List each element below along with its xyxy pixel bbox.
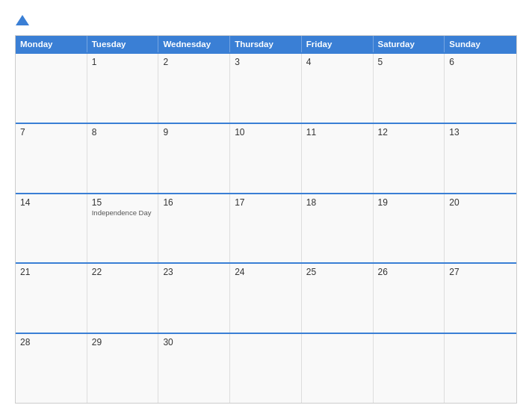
cal-cell: 19 [374, 194, 445, 263]
day-number: 30 [163, 337, 225, 347]
cal-cell: 20 [445, 194, 516, 263]
day-number: 24 [235, 267, 297, 277]
day-number: 18 [306, 197, 368, 208]
day-number: 6 [449, 57, 512, 67]
calendar-body: 123456789101112131415Independence Day161… [16, 52, 516, 403]
calendar-grid: MondayTuesdayWednesdayThursdayFridaySatu… [15, 35, 517, 404]
day-number: 20 [449, 197, 512, 208]
cal-cell: 11 [302, 124, 374, 193]
cal-cell: 2 [158, 54, 230, 123]
day-header-sunday: Sunday [445, 36, 516, 52]
day-number: 3 [235, 57, 297, 67]
day-number: 26 [378, 267, 440, 277]
day-header-friday: Friday [302, 36, 374, 52]
day-number: 23 [163, 267, 225, 277]
cal-cell: 23 [158, 264, 230, 333]
day-number: 14 [20, 197, 82, 208]
header [15, 13, 517, 28]
cal-cell [16, 54, 87, 123]
week-row-2: 78910111213 [16, 123, 516, 193]
cal-cell: 10 [230, 124, 302, 193]
week-row-3: 1415Independence Day1617181920 [16, 193, 516, 263]
day-number: 19 [378, 197, 440, 208]
cal-cell [302, 334, 374, 403]
cal-cell: 27 [445, 264, 516, 333]
cal-cell: 15Independence Day [87, 194, 159, 263]
day-number: 27 [449, 267, 512, 277]
day-header-thursday: Thursday [230, 36, 302, 52]
logo-icon [16, 13, 29, 27]
cal-cell: 28 [16, 334, 87, 403]
cal-cell: 6 [445, 54, 516, 123]
day-number: 28 [20, 337, 82, 347]
cal-cell: 12 [374, 124, 445, 193]
day-number: 29 [92, 337, 154, 347]
cal-cell: 24 [230, 264, 302, 333]
cal-cell: 25 [302, 264, 374, 333]
day-number: 10 [235, 127, 297, 137]
day-number: 1 [92, 57, 154, 67]
day-number: 4 [306, 57, 368, 67]
cal-cell: 4 [302, 54, 374, 123]
week-row-1: 123456 [16, 52, 516, 123]
cal-cell: 14 [16, 194, 87, 263]
logo [15, 13, 29, 28]
day-number: 17 [235, 197, 297, 208]
cal-cell: 29 [87, 334, 159, 403]
calendar-page: MondayTuesdayWednesdayThursdayFridaySatu… [0, 0, 532, 411]
cal-cell: 8 [87, 124, 159, 193]
cal-cell: 16 [158, 194, 230, 263]
day-number: 8 [92, 127, 154, 137]
week-row-4: 21222324252627 [16, 262, 516, 333]
day-event: Independence Day [92, 208, 154, 217]
day-number: 22 [92, 267, 154, 277]
cal-cell: 26 [374, 264, 445, 333]
week-row-5: 282930 [16, 333, 516, 403]
day-header-saturday: Saturday [374, 36, 445, 52]
day-number: 7 [20, 127, 82, 137]
cal-cell: 22 [87, 264, 159, 333]
day-number: 5 [378, 57, 440, 67]
cal-cell: 5 [374, 54, 445, 123]
day-number: 12 [378, 127, 440, 137]
cal-cell [230, 334, 302, 403]
cal-cell: 9 [158, 124, 230, 193]
cal-cell: 17 [230, 194, 302, 263]
day-number: 16 [163, 197, 225, 208]
day-number: 25 [306, 267, 368, 277]
svg-marker-0 [16, 15, 29, 25]
cal-cell: 13 [445, 124, 516, 193]
cal-cell: 3 [230, 54, 302, 123]
calendar-header-row: MondayTuesdayWednesdayThursdayFridaySatu… [16, 36, 516, 52]
cal-cell [445, 334, 516, 403]
cal-cell: 30 [158, 334, 230, 403]
day-number: 9 [163, 127, 225, 137]
cal-cell [374, 334, 445, 403]
cal-cell: 1 [87, 54, 159, 123]
day-header-tuesday: Tuesday [87, 36, 159, 52]
day-number: 13 [449, 127, 512, 137]
cal-cell: 7 [16, 124, 87, 193]
cal-cell: 18 [302, 194, 374, 263]
day-number: 15 [92, 197, 154, 208]
day-number: 11 [306, 127, 368, 137]
day-number: 21 [20, 267, 82, 277]
day-header-monday: Monday [16, 36, 87, 52]
cal-cell: 21 [16, 264, 87, 333]
day-number: 2 [163, 57, 225, 67]
day-header-wednesday: Wednesday [158, 36, 230, 52]
